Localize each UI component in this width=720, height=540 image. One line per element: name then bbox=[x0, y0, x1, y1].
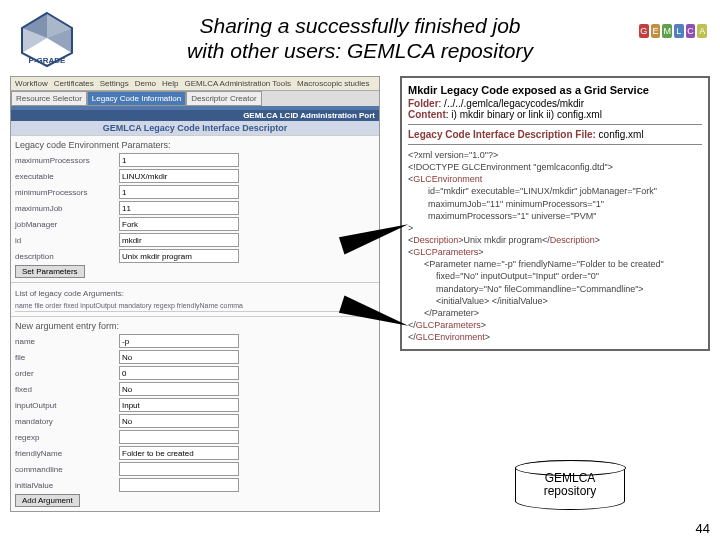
text-input[interactable] bbox=[119, 398, 239, 412]
slide-title: Sharing a successfully finished job with… bbox=[82, 13, 638, 63]
config-xml-panel: Mkdir Legacy Code exposed as a Grid Serv… bbox=[400, 76, 710, 351]
field-label: inputOutput bbox=[15, 401, 115, 410]
form-row: regexp bbox=[15, 430, 375, 444]
text-input[interactable] bbox=[119, 153, 239, 167]
toolbar-item[interactable]: Workflow bbox=[15, 79, 48, 88]
portal-tabs: Resource SelectorLegacy Code Information… bbox=[11, 91, 379, 106]
field-label: executable bbox=[15, 172, 115, 181]
text-input[interactable] bbox=[119, 366, 239, 380]
form-row: fixed bbox=[15, 382, 375, 396]
tab[interactable]: Descriptor Creator bbox=[186, 91, 261, 106]
form-row: order bbox=[15, 366, 375, 380]
form-row: name bbox=[15, 334, 375, 348]
set-parameters-button[interactable]: Set Parameters bbox=[15, 265, 85, 278]
text-input[interactable] bbox=[119, 233, 239, 247]
text-input[interactable] bbox=[119, 350, 239, 364]
form-row: description bbox=[15, 249, 375, 263]
text-input[interactable] bbox=[119, 217, 239, 231]
content-row: Content: i) mkdir binary or link ii) con… bbox=[408, 109, 702, 120]
form-row: minimumProcessors bbox=[15, 185, 375, 199]
tab[interactable]: Resource Selector bbox=[11, 91, 87, 106]
field-label: initialValue bbox=[15, 481, 115, 490]
repository-cylinder: GEMLCArepository bbox=[510, 460, 630, 510]
toolbar-item[interactable]: Help bbox=[162, 79, 178, 88]
field-label: maximumProcessors bbox=[15, 156, 115, 165]
pgrade-logo: P-GRADE bbox=[12, 8, 82, 68]
new-arg-section: New argument entry form: namefileorderfi… bbox=[11, 316, 379, 511]
form-row: file bbox=[15, 350, 375, 364]
args-columns: name file order fixed inputOutput mandat… bbox=[15, 300, 375, 312]
field-label: commandline bbox=[15, 465, 115, 474]
field-label: jobManager bbox=[15, 220, 115, 229]
tab[interactable]: Legacy Code Information bbox=[87, 91, 186, 106]
gemlca-puzzle-logo: GEMLCA bbox=[638, 23, 708, 53]
form-row: mandatory bbox=[15, 414, 375, 428]
text-input[interactable] bbox=[119, 249, 239, 263]
env-params-section: Legacy code Environment Paramaters: maxi… bbox=[11, 135, 379, 282]
field-label: friendlyName bbox=[15, 449, 115, 458]
slide-header: P-GRADE Sharing a successfully finished … bbox=[0, 0, 720, 76]
form-row: id bbox=[15, 233, 375, 247]
puzzle-piece: E bbox=[651, 24, 661, 38]
args-list-section: List of legacy code Arguments: name file… bbox=[11, 282, 379, 316]
form-row: maximumJob bbox=[15, 201, 375, 215]
field-label: minimumProcessors bbox=[15, 188, 115, 197]
args-list-heading: List of legacy code Arguments: bbox=[15, 287, 375, 300]
text-input[interactable] bbox=[119, 446, 239, 460]
new-arg-heading: New argument entry form: bbox=[15, 321, 375, 331]
text-input[interactable] bbox=[119, 185, 239, 199]
text-input[interactable] bbox=[119, 478, 239, 492]
descriptor-title: GEMLCA Legacy Code Interface Descriptor bbox=[11, 121, 379, 135]
text-input[interactable] bbox=[119, 382, 239, 396]
toolbar-item[interactable]: Settings bbox=[100, 79, 129, 88]
toolbar-item[interactable]: Certificates bbox=[54, 79, 94, 88]
form-row: commandline bbox=[15, 462, 375, 476]
field-label: regexp bbox=[15, 433, 115, 442]
form-row: executable bbox=[15, 169, 375, 183]
text-input[interactable] bbox=[119, 462, 239, 476]
form-row: inputOutput bbox=[15, 398, 375, 412]
field-label: description bbox=[15, 252, 115, 261]
page-number: 44 bbox=[696, 521, 710, 536]
field-label: file bbox=[15, 353, 115, 362]
form-row: maximumProcessors bbox=[15, 153, 375, 167]
form-row: jobManager bbox=[15, 217, 375, 231]
field-label: id bbox=[15, 236, 115, 245]
puzzle-piece: L bbox=[674, 24, 684, 38]
lcid-file-row: Legacy Code Interface Description File: … bbox=[408, 129, 702, 140]
puzzle-piece: C bbox=[686, 24, 696, 38]
add-argument-button[interactable]: Add Argument bbox=[15, 494, 80, 507]
browser-toolbar: WorkflowCertificatesSettingsDemoHelpGEML… bbox=[11, 77, 379, 91]
xml-content: <?xml version="1.0"?> <!DOCTYPE GLCEnvir… bbox=[408, 149, 702, 343]
toolbar-item[interactable]: Macroscopic studies bbox=[297, 79, 369, 88]
puzzle-piece: A bbox=[697, 24, 707, 38]
form-row: initialValue bbox=[15, 478, 375, 492]
field-label: order bbox=[15, 369, 115, 378]
toolbar-item[interactable]: GEMLCA Administration Tools bbox=[184, 79, 291, 88]
toolbar-item[interactable]: Demo bbox=[135, 79, 156, 88]
portal-title: GEMLCA LCID Administration Port bbox=[11, 110, 379, 121]
admin-portal-window: WorkflowCertificatesSettingsDemoHelpGEML… bbox=[10, 76, 380, 512]
config-panel-title: Mkdir Legacy Code exposed as a Grid Serv… bbox=[408, 84, 702, 96]
text-input[interactable] bbox=[119, 169, 239, 183]
field-label: name bbox=[15, 337, 115, 346]
text-input[interactable] bbox=[119, 334, 239, 348]
puzzle-piece: G bbox=[639, 24, 649, 38]
text-input[interactable] bbox=[119, 201, 239, 215]
text-input[interactable] bbox=[119, 414, 239, 428]
form-row: friendlyName bbox=[15, 446, 375, 460]
text-input[interactable] bbox=[119, 430, 239, 444]
field-label: mandatory bbox=[15, 417, 115, 426]
puzzle-piece: M bbox=[662, 24, 672, 38]
svg-text:P-GRADE: P-GRADE bbox=[29, 56, 67, 65]
folder-row: Folder: /../../.gemlca/legacycodes/mkdir bbox=[408, 98, 702, 109]
field-label: maximumJob bbox=[15, 204, 115, 213]
env-params-heading: Legacy code Environment Paramaters: bbox=[15, 140, 375, 150]
field-label: fixed bbox=[15, 385, 115, 394]
